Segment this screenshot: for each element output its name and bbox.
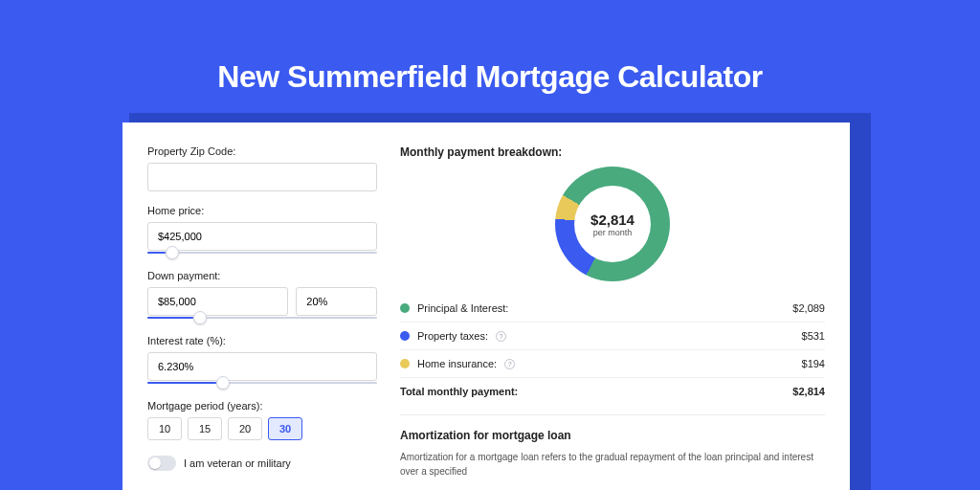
period-30-button[interactable]: 30 — [268, 417, 302, 440]
legend: Principal & Interest: $2,089 Property ta… — [400, 295, 825, 405]
home-price-input[interactable] — [147, 222, 377, 251]
slider-track — [147, 252, 377, 254]
donut-amount: $2,814 — [590, 212, 635, 228]
breakdown-panel: Monthly payment breakdown: $2,814 per mo… — [400, 145, 825, 490]
breakdown-title: Monthly payment breakdown: — [400, 145, 825, 159]
legend-value: $531 — [802, 330, 825, 342]
toggle-knob — [149, 457, 161, 469]
period-10-button[interactable]: 10 — [147, 417, 182, 440]
down-payment-pct-input[interactable] — [296, 287, 377, 316]
zip-label: Property Zip Code: — [147, 145, 377, 157]
legend-label: Principal & Interest: — [417, 302, 508, 314]
dot-icon — [400, 359, 410, 368]
down-payment-slider[interactable] — [147, 314, 377, 322]
donut-chart: $2,814 per month — [555, 167, 670, 281]
interest-label: Interest rate (%): — [147, 335, 377, 346]
period-group: 10 15 20 30 — [147, 417, 377, 440]
legend-row-insurance: Home insurance: ? $194 — [400, 350, 825, 378]
home-price-field-block: Home price: — [147, 205, 377, 256]
dot-icon — [400, 331, 410, 341]
down-payment-field-block: Down payment: — [147, 270, 377, 322]
legend-label: Property taxes: — [417, 330, 488, 342]
legend-label: Home insurance: — [417, 358, 497, 369]
slider-fill — [147, 317, 193, 319]
interest-input[interactable] — [147, 352, 377, 381]
zip-field-block: Property Zip Code: — [147, 145, 377, 191]
period-label: Mortgage period (years): — [147, 400, 377, 412]
info-icon[interactable]: ? — [504, 359, 515, 369]
slider-knob[interactable] — [216, 376, 230, 390]
period-20-button[interactable]: 20 — [228, 417, 262, 440]
legend-row-taxes: Property taxes: ? $531 — [400, 323, 825, 350]
slider-fill — [147, 382, 216, 384]
page-title: New Summerfield Mortgage Calculator — [0, 0, 980, 95]
form-panel: Property Zip Code: Home price: Down paym… — [147, 145, 377, 490]
slider-knob[interactable] — [193, 311, 207, 324]
amortization-section: Amortization for mortgage loan Amortizat… — [400, 414, 825, 479]
legend-row-principal: Principal & Interest: $2,089 — [400, 295, 825, 323]
calculator-card: Property Zip Code: Home price: Down paym… — [122, 122, 850, 490]
donut-wrap: $2,814 per month — [400, 167, 825, 281]
legend-value: $194 — [802, 358, 825, 369]
slider-knob[interactable] — [166, 246, 179, 259]
interest-slider[interactable] — [147, 379, 377, 387]
total-value: $2,814 — [792, 386, 825, 397]
total-label: Total monthly payment: — [400, 386, 518, 397]
donut-sub: per month — [593, 228, 633, 237]
home-price-slider[interactable] — [147, 249, 377, 256]
period-field-block: Mortgage period (years): 10 15 20 30 — [147, 400, 377, 440]
veteran-toggle[interactable] — [147, 456, 176, 471]
legend-value: $2,089 — [792, 302, 825, 314]
info-icon[interactable]: ? — [496, 331, 506, 342]
veteran-toggle-row: I am veteran or military — [147, 456, 377, 471]
period-15-button[interactable]: 15 — [188, 417, 222, 440]
down-payment-label: Down payment: — [147, 270, 377, 281]
interest-field-block: Interest rate (%): — [147, 335, 377, 387]
donut-center: $2,814 per month — [574, 186, 651, 262]
down-payment-input[interactable] — [147, 287, 288, 316]
veteran-label: I am veteran or military — [184, 457, 291, 469]
home-price-label: Home price: — [147, 205, 377, 216]
zip-input[interactable] — [147, 163, 377, 191]
amort-text: Amortization for a mortgage loan refers … — [400, 450, 825, 479]
slider-fill — [147, 252, 166, 254]
dot-icon — [400, 303, 410, 313]
amort-title: Amortization for mortgage loan — [400, 429, 825, 442]
legend-row-total: Total monthly payment: $2,814 — [400, 378, 825, 405]
